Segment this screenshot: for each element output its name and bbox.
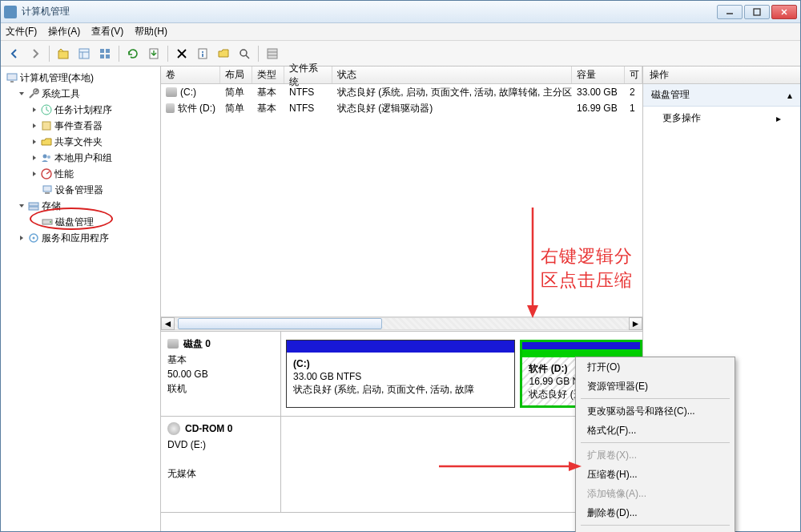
grid-button[interactable] [264, 45, 281, 62]
chevron-right-icon [30, 138, 38, 147]
forward-button[interactable] [26, 45, 44, 62]
context-menu: 打开(O) 资源管理器(E) 更改驱动器号和路径(C)... 格式化(F)...… [575, 357, 735, 532]
app-icon [4, 6, 17, 18]
tree-label: 本地用户和组 [54, 151, 112, 165]
table-row[interactable]: (C:) 简单 基本 NTFS 状态良好 (系统, 启动, 页面文件, 活动, … [161, 84, 642, 100]
tree-task-scheduler[interactable]: 任务计划程序 [2, 102, 159, 118]
cdrom-type: DVD (E:) [167, 437, 274, 452]
ctx-format[interactable]: 格式化(F)... [576, 421, 735, 440]
ctx-change-letter[interactable]: 更改驱动器号和路径(C)... [576, 401, 735, 421]
drive-icon [166, 87, 177, 97]
tree-performance[interactable]: 性能 [2, 166, 159, 182]
svg-rect-23 [7, 74, 17, 80]
svg-rect-4 [58, 51, 68, 58]
chevron-right-icon [30, 122, 38, 131]
disk0-size: 50.00 GB [167, 367, 274, 381]
ctx-shrink[interactable]: 压缩卷(H)... [576, 465, 735, 484]
folder-open-button[interactable] [215, 45, 232, 62]
col-status[interactable]: 状态 [332, 66, 572, 83]
col-capacity[interactable]: 容量 [572, 66, 625, 83]
menu-help[interactable]: 帮助(H) [135, 25, 167, 38]
menu-action[interactable]: 操作(A) [48, 25, 80, 38]
services-icon [27, 232, 40, 244]
tree-root[interactable]: 计算机管理(本地) [2, 70, 159, 86]
props-button[interactable] [194, 45, 211, 62]
part-status: 状态良好 (系统, 启动, 页面文件, 活动, 故障 [293, 384, 474, 395]
tree-services[interactable]: 服务和应用程序 [2, 230, 159, 246]
cell: NTFS [284, 103, 332, 114]
disk0-info[interactable]: 磁盘 0 基本 50.00 GB 联机 [161, 332, 281, 416]
chevron-right-icon: ▸ [776, 113, 781, 124]
cdrom-row: CD-ROM 0 DVD (E:) 无媒体 [161, 417, 642, 513]
tree-shared-folders[interactable]: 共享文件夹 [2, 134, 159, 150]
refresh-button[interactable] [124, 45, 142, 62]
chevron-down-icon [17, 90, 26, 99]
part-name: (C:) [293, 358, 310, 369]
chevron-right-icon [17, 234, 26, 243]
tree-event-viewer[interactable]: 事件查看器 [2, 118, 159, 134]
svg-rect-1 [754, 9, 760, 15]
cell: 16.99 GB [572, 103, 625, 114]
tree-storage[interactable]: 存储 [2, 198, 159, 214]
chevron-right-icon [30, 106, 38, 115]
up-button[interactable] [54, 45, 72, 62]
cdrom-info[interactable]: CD-ROM 0 DVD (E:) 无媒体 [161, 417, 281, 512]
partition-c[interactable]: (C:) 33.00 GB NTFS 状态良好 (系统, 启动, 页面文件, 活… [286, 340, 515, 408]
ctx-open[interactable]: 打开(O) [576, 357, 735, 377]
col-fs[interactable]: 文件系统 [284, 66, 332, 83]
col-free[interactable]: 可 [625, 66, 642, 83]
view2-button[interactable] [96, 45, 114, 62]
actions-group[interactable]: 磁盘管理 ▴ [643, 84, 800, 107]
menu-view[interactable]: 查看(V) [91, 25, 123, 38]
share-icon [40, 135, 53, 148]
tree-system-tools[interactable]: 系统工具 [2, 86, 159, 102]
scroll-track[interactable] [175, 317, 629, 330]
tree-device-manager[interactable]: 设备管理器 [2, 182, 159, 198]
close-button[interactable] [771, 5, 797, 19]
h-scrollbar[interactable]: ◄ ► [161, 316, 642, 331]
actions-group-label: 磁盘管理 [651, 88, 690, 102]
tree-disk-management[interactable]: 磁盘管理 [2, 214, 159, 230]
chevron-down-icon [17, 202, 26, 211]
cell: 1 [625, 103, 642, 114]
svg-rect-9 [106, 49, 110, 53]
nav-tree: 计算机管理(本地) 系统工具 任务计划程序 事件查看器 共享文件夹 [1, 66, 161, 531]
back-button[interactable] [6, 45, 23, 62]
svg-rect-24 [10, 81, 14, 83]
col-layout[interactable]: 布局 [220, 66, 252, 83]
col-type[interactable]: 类型 [252, 66, 284, 83]
delete-icon-button[interactable] [173, 45, 191, 62]
chevron-right-icon [30, 170, 38, 179]
menubar: 文件(F) 操作(A) 查看(V) 帮助(H) [1, 23, 800, 41]
cell: 基本 [252, 86, 284, 99]
svg-rect-27 [42, 122, 50, 130]
maximize-button[interactable] [744, 5, 770, 19]
actions-more[interactable]: 更多操作 ▸ [643, 107, 800, 130]
scroll-left-button[interactable]: ◄ [161, 317, 175, 330]
svg-line-19 [246, 55, 249, 58]
minimize-button[interactable] [717, 5, 743, 19]
cdrom-title: CD-ROM 0 [185, 421, 232, 436]
perf-icon [40, 167, 53, 180]
cdrom-icon [167, 422, 180, 435]
export-button[interactable] [145, 45, 163, 62]
svg-line-31 [46, 171, 50, 174]
zoom-button[interactable] [235, 45, 253, 62]
event-icon [40, 119, 53, 132]
menu-file[interactable]: 文件(F) [6, 25, 37, 38]
part-name: 软件 (D:) [529, 363, 567, 374]
tree-label: 存储 [42, 200, 61, 213]
scroll-right-button[interactable]: ► [629, 317, 642, 330]
ctx-explorer[interactable]: 资源管理器(E) [576, 377, 735, 396]
scroll-thumb[interactable] [178, 318, 382, 329]
view1-button[interactable] [75, 45, 93, 62]
table-row[interactable]: 软件 (D:) 简单 基本 NTFS 状态良好 (逻辑驱动器) 16.99 GB… [161, 100, 642, 116]
svg-rect-10 [100, 54, 104, 58]
window-title: 计算机管理 [22, 5, 717, 18]
col-volume[interactable]: 卷 [161, 66, 220, 83]
ctx-properties[interactable]: 属性(P) [576, 528, 735, 532]
tree-local-users[interactable]: 本地用户和组 [2, 150, 159, 166]
disk-layout-area: 磁盘 0 基本 50.00 GB 联机 (C:) 33.00 GB NTFS 状… [161, 331, 642, 532]
svg-point-16 [202, 51, 203, 53]
ctx-delete[interactable]: 删除卷(D)... [576, 503, 735, 522]
